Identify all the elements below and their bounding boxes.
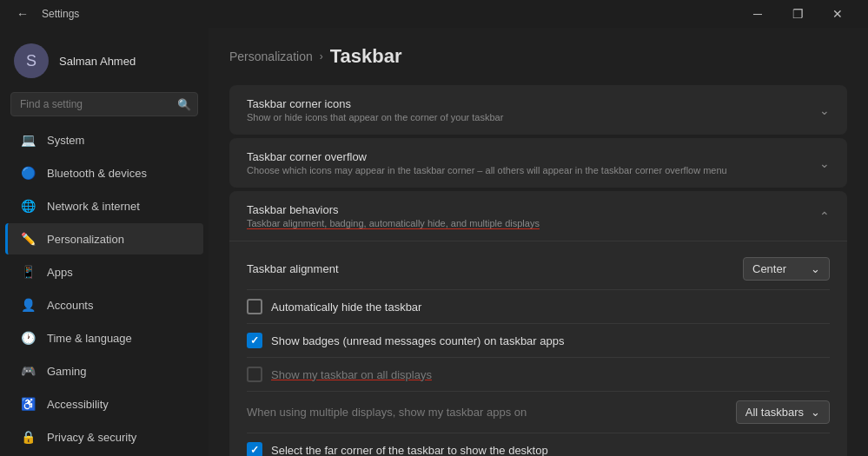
alignment-label: Taskbar alignment — [247, 262, 339, 275]
alignment-dropdown[interactable]: Center ⌄ — [743, 257, 830, 281]
personalization-icon: ✏️ — [19, 230, 36, 248]
taskbar-corner-overflow-header[interactable]: Taskbar corner overflow Choose which ico… — [229, 138, 847, 188]
sidebar-item-accounts[interactable]: 👤 Accounts — [5, 289, 203, 321]
sidebar-item-time[interactable]: 🕐 Time & language — [5, 322, 203, 354]
alignment-dropdown-chevron-icon: ⌄ — [811, 262, 820, 275]
alignment-row: Taskbar alignment Center ⌄ — [247, 248, 830, 290]
taskbar-corner-icons-header[interactable]: Taskbar corner icons Show or hide icons … — [229, 85, 847, 135]
behaviors-title: Taskbar behaviors — [247, 203, 540, 216]
select-far-corner-label: Select the far corner of the taskbar to … — [271, 444, 548, 457]
auto-hide-row: Automatically hide the taskbar — [247, 290, 830, 324]
multi-display-dropdown[interactable]: All taskbars ⌄ — [736, 400, 830, 424]
corner-icons-chevron-icon: ⌄ — [819, 103, 830, 117]
sidebar-item-bluetooth[interactable]: 🔵 Bluetooth & devices — [5, 157, 203, 188]
auto-hide-checkbox[interactable] — [247, 299, 262, 314]
select-far-corner-checkbox[interactable] — [247, 442, 262, 456]
sidebar-item-label: Apps — [47, 266, 73, 279]
title-bar: ← Settings ─ ❐ ✕ — [0, 0, 868, 28]
minimize-button[interactable]: ─ — [738, 0, 778, 28]
sidebar: S Salman Ahmed 🔍 💻 System 🔵 Bluetooth & … — [0, 28, 209, 456]
show-all-displays-label: Show my taskbar on all displays — [271, 368, 432, 381]
sidebar-item-label: Accounts — [47, 299, 93, 312]
multi-display-row: When using multiple displays, show my ta… — [247, 392, 830, 433]
behaviors-expanded: Taskbar alignment Center ⌄ Automatically… — [229, 241, 847, 456]
sidebar-item-label: System — [47, 134, 84, 147]
auto-hide-label: Automatically hide the taskbar — [271, 301, 421, 314]
breadcrumb: Personalization › Taskbar — [229, 45, 847, 68]
main-layout: S Salman Ahmed 🔍 💻 System 🔵 Bluetooth & … — [0, 28, 868, 456]
back-button[interactable]: ← — [10, 2, 35, 26]
maximize-button[interactable]: ❐ — [778, 0, 818, 28]
content-area: Personalization › Taskbar Taskbar corner… — [209, 28, 868, 456]
corner-icons-desc: Show or hide icons that appear on the co… — [247, 112, 503, 122]
time-icon: 🕐 — [19, 329, 36, 347]
corner-overflow-desc: Choose which icons may appear in the tas… — [247, 165, 727, 175]
gaming-icon: 🎮 — [19, 362, 36, 380]
sidebar-item-label: Time & language — [47, 332, 132, 345]
page-title: Taskbar — [330, 45, 402, 68]
user-profile[interactable]: S Salman Ahmed — [0, 35, 209, 92]
sidebar-item-label: Privacy & security — [47, 431, 136, 444]
alignment-value: Center — [752, 262, 786, 275]
accounts-icon: 👤 — [19, 296, 36, 314]
taskbar-corner-icons-section: Taskbar corner icons Show or hide icons … — [229, 85, 847, 135]
window-title: Settings — [42, 8, 79, 20]
show-all-displays-row: Show my taskbar on all displays — [247, 358, 830, 392]
avatar: S — [14, 43, 49, 78]
multi-display-chevron-icon: ⌄ — [811, 406, 820, 419]
sidebar-item-label: Accessibility — [47, 398, 109, 411]
close-button[interactable]: ✕ — [818, 0, 858, 28]
breadcrumb-separator: › — [320, 50, 323, 63]
breadcrumb-parent[interactable]: Personalization — [229, 50, 313, 63]
window-controls: ─ ❐ ✕ — [738, 0, 858, 28]
behaviors-desc: Taskbar alignment, badging, automaticall… — [247, 218, 540, 228]
sidebar-item-gaming[interactable]: 🎮 Gaming — [5, 355, 203, 387]
sidebar-item-label: Network & internet — [47, 200, 140, 213]
taskbar-behaviors-header[interactable]: Taskbar behaviors Taskbar alignment, bad… — [229, 191, 847, 241]
show-all-displays-checkbox[interactable] — [247, 367, 262, 382]
apps-icon: 📱 — [19, 263, 36, 281]
sidebar-item-network[interactable]: 🌐 Network & internet — [5, 190, 203, 221]
sidebar-item-label: Gaming — [47, 365, 87, 378]
corner-icons-title: Taskbar corner icons — [247, 97, 503, 110]
multi-display-value: All taskbars — [745, 406, 804, 419]
search-input[interactable] — [10, 92, 198, 116]
show-badges-checkbox[interactable] — [247, 333, 262, 348]
corner-overflow-title: Taskbar corner overflow — [247, 150, 727, 163]
bluetooth-icon: 🔵 — [19, 164, 36, 182]
sidebar-item-system[interactable]: 💻 System — [5, 124, 203, 155]
sidebar-item-apps[interactable]: 📱 Apps — [5, 256, 203, 287]
user-name: Salman Ahmed — [59, 55, 136, 68]
privacy-icon: 🔒 — [19, 428, 36, 446]
accessibility-icon: ♿ — [19, 395, 36, 413]
show-badges-label: Show badges (unread messages counter) on… — [271, 334, 564, 347]
sidebar-item-label: Bluetooth & devices — [47, 167, 147, 180]
sidebar-item-accessibility[interactable]: ♿ Accessibility — [5, 388, 203, 420]
corner-overflow-chevron-icon: ⌄ — [819, 156, 830, 170]
sidebar-item-label: Personalization — [47, 233, 124, 246]
system-icon: 💻 — [19, 131, 36, 149]
select-far-corner-row: Select the far corner of the taskbar to … — [247, 433, 830, 456]
show-badges-row: Show badges (unread messages counter) on… — [247, 324, 830, 358]
network-icon: 🌐 — [19, 197, 36, 215]
sidebar-item-personalization[interactable]: ✏️ Personalization — [5, 223, 203, 254]
search-box: 🔍 — [10, 92, 198, 116]
taskbar-behaviors-section: Taskbar behaviors Taskbar alignment, bad… — [229, 191, 847, 456]
sidebar-item-privacy[interactable]: 🔒 Privacy & security — [5, 421, 203, 453]
behaviors-chevron-icon: ⌃ — [819, 209, 830, 223]
taskbar-corner-overflow-section: Taskbar corner overflow Choose which ico… — [229, 138, 847, 188]
title-bar-left: ← Settings — [10, 2, 79, 26]
multi-display-label: When using multiple displays, show my ta… — [247, 406, 527, 419]
search-icon: 🔍 — [177, 98, 191, 111]
